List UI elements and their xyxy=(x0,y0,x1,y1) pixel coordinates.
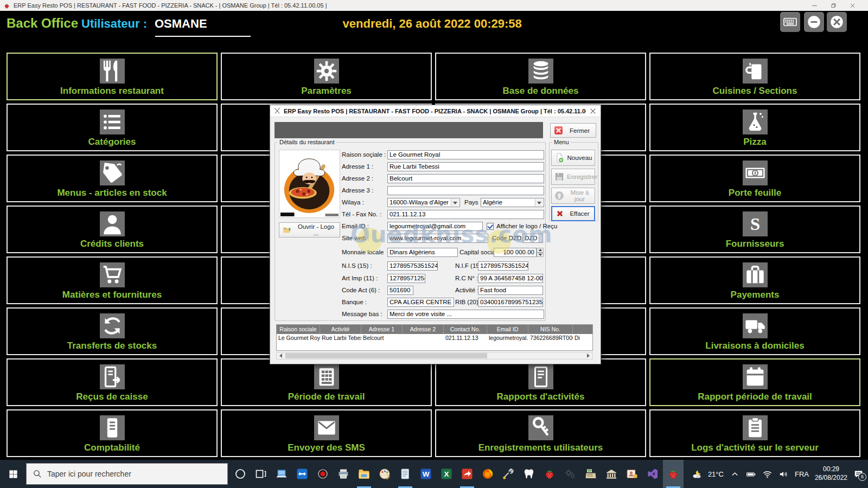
nif-input[interactable]: 127895753515245 xyxy=(478,261,528,271)
tile-categories[interactable]: Catégories xyxy=(7,104,218,151)
table-header-cell[interactable]: Email ID xyxy=(487,325,528,334)
monnaie-input[interactable]: Dinars Algériens xyxy=(387,248,458,257)
banque-input[interactable]: CPA ALGER CENTRE xyxy=(387,298,454,307)
battery-icon[interactable] xyxy=(746,469,756,479)
tile-payements[interactable]: Payements xyxy=(649,256,860,304)
scroll-left-icon[interactable] xyxy=(277,352,284,359)
table-header-cell[interactable]: NIS No. xyxy=(528,325,573,334)
window-close-icon[interactable] xyxy=(849,2,856,9)
mise-a-jour-button[interactable]: Mise à jour xyxy=(551,188,595,204)
tile-base-de-donnees[interactable]: Base de données xyxy=(435,53,646,100)
capital-spinner[interactable] xyxy=(537,248,544,257)
tile-rapport-periode-de-travail[interactable]: Rapport période de travail xyxy=(649,358,860,406)
volume-icon[interactable] xyxy=(778,469,789,479)
tile-transferts-de-stocks[interactable]: Transferts de stocks xyxy=(7,307,218,355)
tel-fax-input[interactable]: 021.11.12.13 xyxy=(387,210,544,219)
pos-app-taskbar-button[interactable] xyxy=(663,460,684,488)
tile-recus-de-caisse[interactable]: Reçus de caisse xyxy=(7,358,218,406)
close-app-button[interactable] xyxy=(827,12,847,32)
tile-comptabilite[interactable]: Comptabilité xyxy=(7,409,218,457)
taskbar-search-input[interactable]: Taper ici pour rechercher xyxy=(26,463,228,485)
printer-taskbar-button[interactable] xyxy=(333,460,354,488)
clock[interactable]: 00:29 26/08/2022 xyxy=(815,465,847,482)
explorer-taskbar-button[interactable] xyxy=(354,460,374,488)
enregistrer-button[interactable]: Enregistrer xyxy=(551,169,595,185)
table-header-cell[interactable]: Adresse 1 xyxy=(361,325,403,334)
activite-input[interactable]: Fast food xyxy=(478,286,543,295)
share-taskbar-button[interactable] xyxy=(457,460,477,488)
adresse3-input[interactable] xyxy=(387,186,544,195)
tile-cuisines-sections[interactable]: Cuisines / Sections xyxy=(649,53,860,100)
gears-taskbar-button[interactable] xyxy=(560,460,580,488)
minimize-app-button[interactable] xyxy=(804,12,824,32)
tools-taskbar-button[interactable] xyxy=(498,460,519,488)
tile-pizza[interactable]: Pizza xyxy=(649,104,860,151)
scroll-right-icon[interactable] xyxy=(585,352,592,359)
site-web-input[interactable]: www.legourmet-royal.com xyxy=(387,234,488,243)
chevron-up-icon[interactable] xyxy=(730,469,740,479)
message-bas-input[interactable]: Merci de votre visite ... xyxy=(387,310,544,319)
tile-enregistrements-utilisateurs[interactable]: Enregistrements utilisateurs xyxy=(435,409,646,457)
window-minimize-icon[interactable] xyxy=(811,2,818,9)
notification-center-button[interactable]: 6 xyxy=(853,469,864,479)
language-indicator[interactable]: FRA xyxy=(795,470,809,478)
nis-input[interactable]: 127895753515245 xyxy=(387,261,438,271)
table-header-cell[interactable]: Contact No. xyxy=(444,325,487,334)
word-taskbar-button[interactable]: W xyxy=(416,460,436,488)
adresse1-input[interactable]: Rue Larbi Tebessi xyxy=(387,162,544,171)
code-dzd-input[interactable]: DZD xyxy=(522,234,543,243)
tile-livraisons-a-domiciles[interactable]: Livraisons à domiciles xyxy=(649,307,860,355)
recorder-taskbar-button[interactable] xyxy=(312,460,333,488)
tile-fournisseurs[interactable]: SFournisseurs xyxy=(649,206,860,253)
tile-periode-de-travail[interactable]: Période de travail xyxy=(221,358,432,406)
notepad-taskbar-button[interactable] xyxy=(395,460,416,488)
window-restore-icon[interactable] xyxy=(830,2,837,9)
rc-input[interactable]: 99 A 364587458 12-00 xyxy=(478,274,543,283)
fermer-button[interactable]: Fermer xyxy=(550,123,596,138)
table-horizontal-scrollbar[interactable] xyxy=(276,352,593,359)
tile-credits-clients[interactable]: Crédits clients xyxy=(7,206,218,253)
taskview-taskbar-button[interactable] xyxy=(251,460,271,488)
tile-informations-restaurant[interactable]: Informations restaurant xyxy=(7,53,218,100)
laptop-taskbar-button[interactable] xyxy=(271,460,292,488)
wilaya-select[interactable]: 16000-Wilaya d'Alger xyxy=(387,198,460,207)
capital-input[interactable]: 100 000.00 xyxy=(494,248,537,257)
scrollbar-thumb[interactable] xyxy=(285,353,487,358)
bank-taskbar-button[interactable] xyxy=(601,460,622,488)
restaurants-table[interactable]: Raison socialeActivitéAdresse 1Adresse 2… xyxy=(276,324,593,351)
tile-menus-articles-en-stock[interactable]: Menus - articles en stock xyxy=(7,155,218,202)
table-header-cell[interactable] xyxy=(573,325,593,334)
table-header-cell[interactable]: Raison sociale xyxy=(277,325,320,334)
cortana-taskbar-button[interactable] xyxy=(230,460,251,488)
teamviewer-taskbar-button[interactable] xyxy=(292,460,312,488)
effacer-button[interactable]: Effacer xyxy=(551,206,595,221)
table-row[interactable]: Le Gourmet RoyalRue Larbi TebessiBelcour… xyxy=(277,334,592,343)
raison-sociale-input[interactable]: Le Gourmet Royal xyxy=(387,150,544,159)
vstudio-taskbar-button[interactable] xyxy=(642,460,663,488)
nouveau-button[interactable]: Nouveau xyxy=(551,150,595,166)
code-act-input[interactable]: 501690 xyxy=(387,286,413,295)
adresse2-input[interactable]: Belcourt xyxy=(387,174,544,183)
contacts-taskbar-button[interactable] xyxy=(622,460,642,488)
paint-taskbar-button[interactable] xyxy=(374,460,395,488)
tooth-taskbar-button[interactable] xyxy=(519,460,539,488)
tile-envoyer-des-sms[interactable]: Envoyer des SMS xyxy=(221,409,432,457)
tile-porte-feuille[interactable]: Porte feuille xyxy=(649,155,860,202)
firefox-taskbar-button[interactable] xyxy=(477,460,498,488)
start-button[interactable] xyxy=(0,460,26,488)
art-imp-input[interactable]: 12789571254 xyxy=(387,274,425,283)
rib-input[interactable]: 03400167899575123512 xyxy=(478,298,543,307)
tile-logs-activite-serveur[interactable]: Logs d'activité sur le serveur xyxy=(649,409,860,457)
tile-matieres-et-fournitures[interactable]: Matières et fournitures xyxy=(7,256,218,304)
afficher-logo-checkbox[interactable] xyxy=(487,223,494,230)
email-input[interactable]: legourmetroyal@gmail.com xyxy=(387,222,483,231)
virtual-keyboard-button[interactable] xyxy=(780,12,800,32)
excel-taskbar-button[interactable]: X xyxy=(436,460,457,488)
temperature[interactable]: 21°C xyxy=(708,470,724,478)
table-header-cell[interactable]: Activité xyxy=(320,325,361,334)
dialog-close-icon[interactable] xyxy=(589,107,597,115)
wifi-icon[interactable] xyxy=(762,469,773,479)
strawberry-taskbar-button[interactable] xyxy=(539,460,560,488)
table-header-cell[interactable]: Adresse 2 xyxy=(403,325,444,334)
register-taskbar-button[interactable] xyxy=(580,460,601,488)
